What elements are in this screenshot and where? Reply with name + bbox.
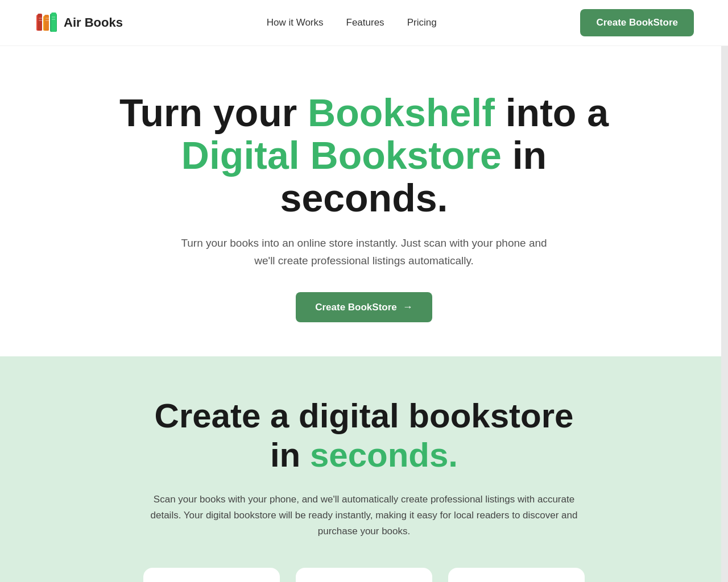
section2-subtitle: Scan your books with your phone, and we'… (148, 492, 580, 539)
nav-features[interactable]: Features (346, 17, 384, 28)
svg-rect-5 (51, 13, 56, 32)
nav-create-bookstore-button[interactable]: Create BookStore (580, 9, 694, 36)
logo-text: Air Books (64, 15, 123, 30)
hero-title-highlight1: Bookshelf (308, 91, 495, 134)
card-scan (143, 568, 280, 582)
svg-rect-3 (44, 15, 49, 31)
hero-create-bookstore-button[interactable]: Create BookStore → (296, 292, 432, 322)
section2-title-part2: in (270, 436, 310, 474)
nav-pricing[interactable]: Pricing (407, 17, 437, 28)
hero-section: Turn your Bookshelf into a Digital Books… (0, 46, 728, 356)
hero-subtitle: Turn your books into an online store ins… (171, 235, 557, 269)
card-earn: $ $ $ (448, 568, 585, 582)
hero-title-part2: into a (495, 91, 609, 134)
navbar: Air Books How it Works Features Pricing … (0, 0, 728, 46)
nav-links: How it Works Features Pricing (267, 17, 437, 28)
hero-title-part1: Turn your (119, 91, 308, 134)
svg-rect-1 (38, 14, 42, 31)
how-it-works-section: Create a digital bookstore in seconds. S… (0, 356, 728, 582)
feature-cards: $ $ $ (91, 568, 637, 582)
section2-title: Create a digital bookstore in seconds. (91, 396, 637, 475)
section2-title-part1: Create a digital bookstore (155, 397, 574, 435)
logo[interactable]: Air Books (34, 10, 123, 35)
hero-title: Turn your Bookshelf into a Digital Books… (114, 92, 614, 219)
nav-how-it-works[interactable]: How it Works (267, 17, 324, 28)
hero-title-part3: in (502, 134, 547, 177)
hero-cta-label: Create BookStore (315, 302, 397, 313)
logo-icon (34, 10, 59, 35)
section2-title-highlight: seconds. (310, 436, 458, 474)
hero-cta-arrow: → (403, 301, 413, 313)
scrollbar[interactable] (721, 0, 728, 582)
hero-title-highlight2: Digital Bookstore (181, 134, 502, 177)
card-list (296, 568, 432, 582)
hero-title-seconds: seconds. (280, 176, 448, 219)
